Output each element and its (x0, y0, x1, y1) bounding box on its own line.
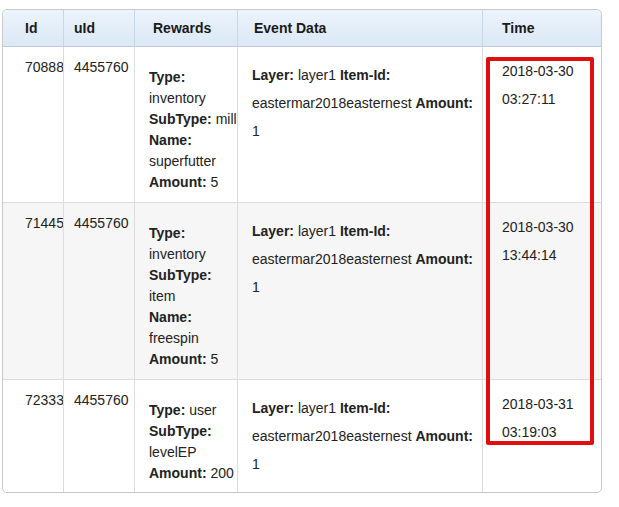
table-row: 708888 4455760 Type: inventory SubType: … (3, 47, 601, 203)
cell-event-data: Layer: layer1 Item-Id: eastermar2018east… (237, 203, 482, 380)
rewards-fields: Type: inventory SubType: item Name: free… (149, 223, 237, 370)
cell-id: 723330 (3, 380, 63, 492)
rewards-table: Id uId Rewards Event Data Time 708888 44… (2, 9, 602, 493)
field-label: Layer: (252, 67, 294, 83)
field-label: Type: (149, 402, 185, 418)
field-pair: Type: user (149, 400, 237, 421)
field-label: Amount: (415, 95, 473, 111)
event-data-fields: Layer: layer1 Item-Id: eastermar2018east… (252, 394, 482, 478)
field-label: Amount: (415, 251, 473, 267)
column-header-uid: uId (63, 10, 134, 47)
cell-uid: 4455760 (63, 47, 134, 203)
field-pair: Type: inventory (149, 67, 237, 109)
field-label: SubType: (149, 423, 212, 439)
column-header-time: Time (482, 10, 601, 47)
field-label: Type: (149, 225, 185, 241)
field-label: Name: (149, 309, 192, 325)
rewards-fields: Type: user SubType: levelEP Amount: 200 (149, 400, 237, 484)
field-label: Item-Id: (340, 223, 391, 239)
field-label: Type: (149, 69, 185, 85)
column-header-rewards: Rewards (134, 10, 237, 47)
table-row: 714451 4455760 Type: inventory SubType: … (3, 203, 601, 380)
field-label: Item-Id: (340, 67, 391, 83)
cell-uid: 4455760 (63, 380, 134, 492)
rewards-fields: Type: inventory SubType: mill Name: supe… (149, 67, 237, 193)
table-row: 723330 4455760 Type: user SubType: level… (3, 380, 601, 492)
field-pair: Amount: 5 (149, 349, 237, 370)
cell-rewards: Type: inventory SubType: mill Name: supe… (134, 47, 237, 203)
cell-rewards: Type: inventory SubType: item Name: free… (134, 203, 237, 380)
rewards-table-panel: Id uId Rewards Event Data Time 708888 44… (2, 9, 602, 493)
field-label: SubType: (149, 111, 212, 127)
cell-time: 2018-03-30 03:27:11 (482, 47, 601, 203)
field-pair: SubType: item (149, 265, 237, 307)
cell-event-data: Layer: layer1 Item-Id: eastermar2018east… (237, 47, 482, 203)
cell-event-data: Layer: layer1 Item-Id: eastermar2018east… (237, 380, 482, 492)
field-label: Layer: (252, 400, 294, 416)
field-label: Item-Id: (340, 400, 391, 416)
field-pair: Layer: layer1 (252, 400, 340, 416)
field-pair: Name: freespin (149, 307, 237, 349)
header-row: Id uId Rewards Event Data Time (3, 10, 601, 47)
field-pair: Amount: 5 (149, 172, 237, 193)
field-pair: SubType: levelEP (149, 421, 237, 463)
column-header-id: Id (3, 10, 63, 47)
event-data-fields: Layer: layer1 Item-Id: eastermar2018east… (252, 217, 482, 301)
event-data-fields: Layer: layer1 Item-Id: eastermar2018east… (252, 61, 482, 145)
field-label: Amount: (415, 428, 473, 444)
field-pair: SubType: mill (149, 109, 237, 130)
cell-time: 2018-03-31 03:19:03 (482, 380, 601, 492)
field-pair: Type: inventory (149, 223, 237, 265)
field-pair: Layer: layer1 (252, 223, 340, 239)
cell-rewards: Type: user SubType: levelEP Amount: 200 (134, 380, 237, 492)
field-label: Amount: (149, 351, 207, 367)
cell-id: 708888 (3, 47, 63, 203)
field-pair: Name: superfutter (149, 130, 237, 172)
field-pair: Layer: layer1 (252, 67, 340, 83)
column-header-event-data: Event Data (237, 10, 482, 47)
field-label: Amount: (149, 174, 207, 190)
field-label: Layer: (252, 223, 294, 239)
cell-uid: 4455760 (63, 203, 134, 380)
field-label: Name: (149, 132, 192, 148)
cell-time: 2018-03-30 13:44:14 (482, 203, 601, 380)
table-body: 708888 4455760 Type: inventory SubType: … (3, 47, 601, 492)
field-label: SubType: (149, 267, 212, 283)
field-label: Amount: (149, 465, 207, 481)
cell-id: 714451 (3, 203, 63, 380)
field-pair: Amount: 200 (149, 463, 237, 484)
